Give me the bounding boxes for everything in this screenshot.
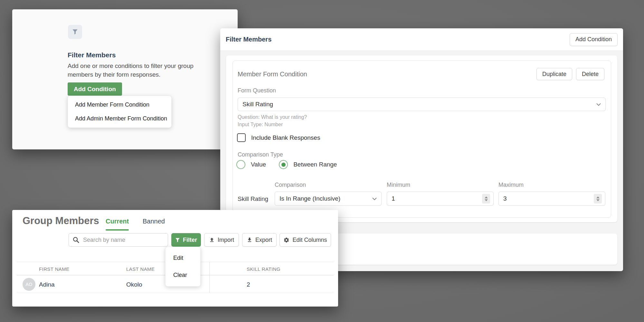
comparison-label: Comparison [275,182,382,188]
member-form-condition-card: Member Form Condition Duplicate Delete F… [232,61,611,218]
export-button-label: Export [255,237,272,243]
export-button[interactable]: Export [242,233,277,247]
search-field-wrap [69,233,168,247]
menu-item-add-admin-member-form-condition[interactable]: Add Admin Member Form Condition [68,112,171,126]
filter-menu: Edit Clear [165,247,201,287]
funnel-icon [175,238,180,242]
tab-current-label: Current [106,218,129,225]
minimum-input[interactable]: 1 [387,192,494,206]
maximum-input[interactable]: 3 [498,192,605,206]
cell-first-name: Adina [39,281,55,288]
radio-value[interactable] [236,160,245,169]
menu-item-add-member-form-condition[interactable]: Add Member Form Condition [68,98,171,112]
comparison-type-radio-group: Value Between Range [236,160,337,169]
filter-intro-title: Filter Members [68,51,116,59]
search-icon [72,236,80,243]
upload-icon [209,237,215,243]
stepper-down-icon [596,199,600,201]
chevron-down-icon [596,103,601,106]
cell-last-name: Okolo [126,281,142,288]
include-blank-label: Include Blank Responses [251,134,320,141]
stepper-up-icon [596,196,600,198]
tab-banned[interactable]: Banned [143,218,165,225]
condition-row: Skill Rating Comparison Is In Range (Inc… [238,182,605,207]
filter-editor-header: Filter Members Add Condition [220,28,623,51]
maximum-label: Maximum [498,182,605,188]
input-type-helper-text: Input Type: Number [238,122,283,128]
edit-columns-button-label: Edit Columns [292,237,327,243]
search-input[interactable] [69,233,168,247]
import-button[interactable]: Import [204,233,239,247]
group-members-panel: Group Members Current Banned Filter Impo… [12,210,338,307]
radio-between-range[interactable] [279,160,288,169]
condition-row-label: Skill Rating [238,195,268,203]
comparison-selected-value: Is In Range (Inclusive) [279,195,340,202]
filter-intro-panel: Filter Members Add one or more condition… [12,9,238,149]
cell-skill-rating: 2 [247,281,250,288]
column-divider [209,262,210,293]
maximum-group: Maximum 3 [498,182,605,206]
form-question-selected-value: Skill Rating [242,101,273,108]
duplicate-button[interactable]: Duplicate [536,68,572,80]
form-question-select[interactable]: Skill Rating [238,98,606,111]
add-condition-button[interactable]: Add Condition [68,82,122,96]
group-members-title: Group Members [23,215,99,227]
maximum-stepper[interactable] [594,194,602,204]
minimum-stepper[interactable] [482,194,490,204]
add-condition-menu: Add Member Form Condition Add Admin Memb… [68,96,172,128]
column-header-skill-rating: SKILL RATING [247,266,280,272]
radio-value-label[interactable]: Value [251,161,266,168]
radio-between-range-label[interactable]: Between Range [293,161,337,168]
minimum-value: 1 [392,195,395,202]
chevron-down-icon [372,197,377,200]
column-header-first-name: FIRST NAME [39,266,70,272]
question-helper-text: Question: What is your rating? [238,114,307,120]
form-question-label: Form Question [238,87,276,94]
include-blank-checkbox[interactable] [237,133,246,142]
funnel-icon [72,29,78,35]
filter-intro-description: Add one or more conditions to filter you… [68,62,200,79]
filter-button-label: Filter [183,237,197,243]
minimum-group: Minimum 1 [387,182,494,206]
radio-selected-dot [281,163,286,167]
filter-icon-box [68,25,82,39]
include-blank-row: Include Blank Responses [237,133,320,142]
filter-editor-title: Filter Members [226,36,271,43]
maximum-value: 3 [503,195,507,202]
delete-button[interactable]: Delete [576,68,604,80]
editor-add-condition-button[interactable]: Add Condition [570,33,618,46]
stepper-up-icon [485,196,488,198]
stepper-down-icon [485,199,488,201]
minimum-label: Minimum [387,182,494,188]
filter-button[interactable]: Filter [171,233,201,247]
comparison-select[interactable]: Is In Range (Inclusive) [275,192,382,206]
comparison-type-label: Comparison Type [238,151,283,158]
filter-menu-item-edit[interactable]: Edit [166,250,200,267]
gear-icon [283,237,289,243]
filter-menu-item-clear[interactable]: Clear [166,267,200,284]
avatar: AO [23,278,35,291]
column-header-last-name: LAST NAME [126,266,155,272]
import-button-label: Import [218,237,234,243]
tab-current[interactable]: Current [106,218,129,225]
condition-card-title: Member Form Condition [238,71,307,78]
download-icon [247,237,252,243]
edit-columns-button[interactable]: Edit Columns [279,233,331,247]
active-tab-underline [106,229,129,231]
comparison-group: Comparison Is In Range (Inclusive) [275,182,382,206]
